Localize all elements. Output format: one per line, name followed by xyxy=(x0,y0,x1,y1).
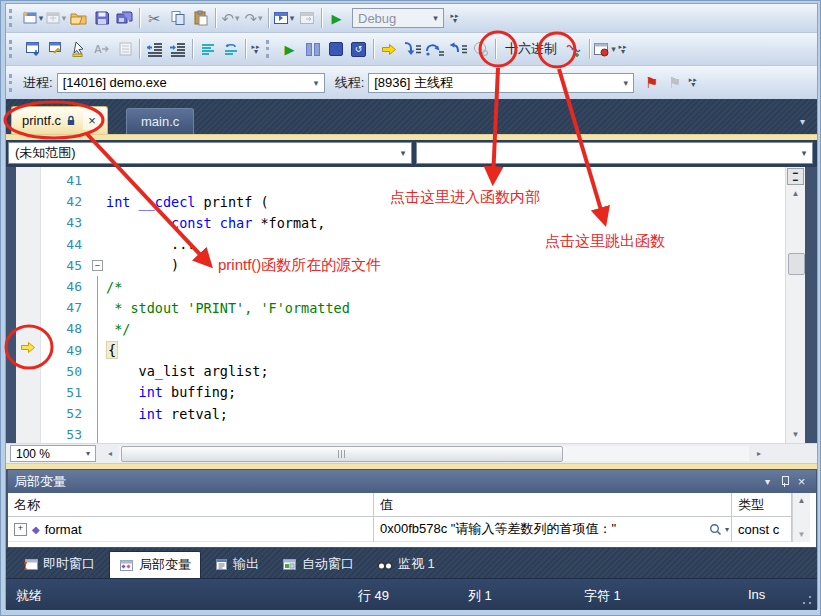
decrease-indent-button[interactable] xyxy=(143,38,166,60)
code-line[interactable]: 46/* xyxy=(40,276,786,297)
tab-watch-1[interactable]: 监视 1 xyxy=(368,552,444,576)
toolbar-overflow-button[interactable]: ▸▸▾ xyxy=(249,44,263,55)
solution-config-combo[interactable]: Debug ▾ xyxy=(352,8,444,28)
pause-button[interactable] xyxy=(301,38,324,60)
window-menu-button[interactable]: ▾ xyxy=(759,474,776,490)
variable-row-type[interactable]: const c xyxy=(732,517,792,542)
undo-format-button[interactable] xyxy=(219,38,242,60)
horizontal-scrollbar[interactable] xyxy=(119,446,749,461)
code-line[interactable]: 44 ... xyxy=(40,234,786,255)
locals-scrollbar[interactable]: ▲ ▼ xyxy=(792,493,810,542)
continue-button[interactable]: ▶ xyxy=(278,38,301,60)
start-debugging-button[interactable]: ▶ xyxy=(325,7,348,29)
scrollbar-thumb[interactable] xyxy=(788,253,805,275)
indicator-margin[interactable] xyxy=(16,167,41,443)
close-panel-button[interactable]: × xyxy=(793,474,810,490)
zoom-combo[interactable]: 100 % ▾ xyxy=(10,445,96,462)
code-lines[interactable]: 4142int __cdecl printf (43 const char *f… xyxy=(40,170,786,443)
toolbar-overflow-button[interactable]: ▸▸▾ xyxy=(616,44,630,55)
flag-threads-button[interactable]: ⚑ xyxy=(640,72,663,94)
code-line[interactable]: 47 * stdout 'PRINT', 'F'ormatted xyxy=(40,297,786,318)
code-line[interactable]: 43 const char *format, xyxy=(40,212,786,233)
expand-button[interactable]: + xyxy=(14,523,27,536)
comment-window-button[interactable] xyxy=(295,7,318,29)
code-line[interactable]: 51 int buffing; xyxy=(40,382,786,403)
toolbar-grip[interactable] xyxy=(9,9,17,27)
new-item-button[interactable]: ▾ xyxy=(21,7,44,29)
thread-combo[interactable]: [8936] 主线程 ▾ xyxy=(368,73,634,93)
tab-main-c[interactable]: main.c xyxy=(126,108,194,134)
stop-debugging-button[interactable] xyxy=(324,38,347,60)
find-text-button[interactable]: A xyxy=(90,38,113,60)
list-members-button[interactable] xyxy=(113,38,136,60)
copy-button[interactable] xyxy=(166,7,189,29)
code-line[interactable]: 48 */ xyxy=(40,318,786,339)
code-line[interactable]: 53 xyxy=(40,424,786,443)
step-out-button[interactable] xyxy=(446,38,469,60)
code-line[interactable]: 41 xyxy=(40,170,786,191)
toolbar-grip[interactable] xyxy=(9,74,17,92)
scrollbar-thumb[interactable] xyxy=(121,446,563,462)
goto-definition-button[interactable] xyxy=(67,38,90,60)
scroll-right-button[interactable]: ▸ xyxy=(751,446,767,461)
properties-window-button[interactable] xyxy=(21,38,44,60)
code-editor[interactable]: 4142int __cdecl printf (43 const char *f… xyxy=(6,167,817,443)
redo-button[interactable]: ↷▾ xyxy=(242,7,265,29)
tracepoint-button[interactable] xyxy=(563,38,586,60)
tab-locals[interactable]: 局部变量 xyxy=(109,551,201,578)
restart-button[interactable]: ↺ xyxy=(347,38,370,60)
breakpoints-window-button[interactable]: ▾ xyxy=(593,38,616,60)
scroll-down-button[interactable]: ▼ xyxy=(786,427,805,442)
vertical-scrollbar[interactable]: ━━ ▲ ▼ xyxy=(785,167,805,443)
unflag-threads-button[interactable]: ⚑ xyxy=(663,72,686,94)
add-item-button[interactable]: ▾ xyxy=(44,7,67,29)
tab-printf-c[interactable]: printf.c × xyxy=(11,106,108,134)
scroll-left-button[interactable]: ◂ xyxy=(102,446,118,461)
column-header-name[interactable]: 名称 xyxy=(8,493,374,517)
code-line[interactable]: 45− ) xyxy=(40,255,786,276)
close-tab-button[interactable]: × xyxy=(83,112,101,130)
toolbar-overflow-button[interactable]: ▸▸▾ xyxy=(686,77,700,88)
toolbar-grip[interactable] xyxy=(266,40,274,58)
code-line[interactable]: 50 va_list arglist; xyxy=(40,361,786,382)
locals-title-bar[interactable]: 局部变量 ▾ × xyxy=(8,470,816,493)
variable-row-value[interactable]: 0x00fb578c "请输入等差数列的首项值：" ▾ xyxy=(374,517,732,542)
step-into-button[interactable] xyxy=(400,38,423,60)
breakpoint-timer-button[interactable] xyxy=(469,38,492,60)
variable-row-name[interactable]: + ◆ format xyxy=(8,517,374,542)
column-header-type[interactable]: 类型 xyxy=(732,493,792,517)
magnifier-icon[interactable] xyxy=(709,523,722,536)
save-all-button[interactable] xyxy=(113,7,136,29)
scope-combo[interactable]: (未知范围) ▾ xyxy=(8,142,412,164)
paste-button[interactable] xyxy=(189,7,212,29)
show-next-statement-button[interactable] xyxy=(377,38,400,60)
collapse-box-icon[interactable]: − xyxy=(90,255,106,276)
toolbar-grip[interactable] xyxy=(9,40,17,58)
document-list-dropdown[interactable]: ▾ xyxy=(800,116,805,127)
code-line[interactable]: 42int __cdecl printf ( xyxy=(40,191,786,212)
save-button[interactable] xyxy=(90,7,113,29)
tab-output[interactable]: 输出 xyxy=(206,552,268,576)
toolbar-overflow-button[interactable]: ▸▸▾ xyxy=(448,13,462,24)
scroll-up-button[interactable]: ▲ xyxy=(786,186,805,201)
splitter-handle[interactable]: ━━ xyxy=(787,168,804,185)
pin-button[interactable] xyxy=(776,474,793,490)
hex-display-button[interactable]: 十六进制 xyxy=(499,38,563,60)
undo-button[interactable]: ↶▾ xyxy=(219,7,242,29)
visualizer-dropdown[interactable]: ▾ xyxy=(725,525,729,534)
tab-immediate-window[interactable]: 即时窗口 xyxy=(14,552,104,576)
navigate-window-button[interactable]: ▾ xyxy=(272,7,295,29)
cut-button[interactable]: ✂ xyxy=(143,7,166,29)
column-header-value[interactable]: 值 xyxy=(374,493,732,517)
process-combo[interactable]: [14016] demo.exe ▾ xyxy=(57,73,325,93)
find-symbol-button[interactable] xyxy=(44,38,67,60)
step-over-button[interactable] xyxy=(423,38,446,60)
format-selection-button[interactable] xyxy=(196,38,219,60)
increase-indent-button[interactable] xyxy=(166,38,189,60)
open-file-button[interactable] xyxy=(67,7,90,29)
code-line[interactable]: 52 int retval; xyxy=(40,403,786,424)
tab-autos[interactable]: 自动窗口 xyxy=(273,552,363,576)
member-combo[interactable]: ▾ xyxy=(416,142,813,164)
resize-grip[interactable] xyxy=(801,594,813,606)
code-line[interactable]: 49{ xyxy=(40,340,786,361)
